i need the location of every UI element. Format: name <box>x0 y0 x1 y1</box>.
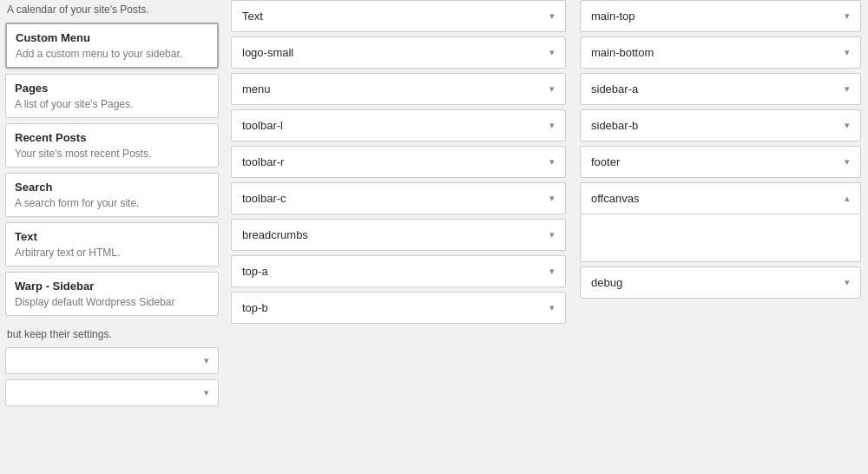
widget-desc-warp-sidebar: Display default Wordpress Sidebar <box>15 296 209 308</box>
collapsed-widget-2[interactable]: ▾ <box>5 379 219 406</box>
area-label-offcanvas: offcanvas <box>591 192 639 205</box>
chevron-down-icon-sidebar-b: ▾ <box>845 120 850 131</box>
right-area-main-top[interactable]: main-top ▾ <box>580 0 861 32</box>
chevron-down-icon-2: ▾ <box>204 387 209 398</box>
offcanvas-expanded-content <box>580 214 861 262</box>
right-area-sidebar-b[interactable]: sidebar-b ▾ <box>580 109 861 142</box>
right-area-main-bottom[interactable]: main-bottom ▾ <box>580 36 861 69</box>
sidebar-area-toolbar-c[interactable]: toolbar-c ▾ <box>231 182 566 214</box>
sidebar-area-menu[interactable]: menu ▾ <box>231 73 566 105</box>
chevron-down-icon-sidebar-a: ▾ <box>845 83 850 95</box>
chevron-down-icon-logo-small: ▾ <box>549 47 555 58</box>
sidebar-area-toolbar-l[interactable]: toolbar-l ▾ <box>231 109 566 142</box>
widget-item-warp-sidebar[interactable]: Warp - Sidebar Display default Wordpress… <box>5 272 219 316</box>
widget-desc-pages: A list of your site's Pages. <box>15 98 209 110</box>
chevron-down-icon-top-a: ▾ <box>549 266 555 277</box>
chevron-down-icon-top-b: ▾ <box>549 302 555 313</box>
chevron-down-icon-text-top: ▾ <box>549 10 555 22</box>
widget-item-recent-posts[interactable]: Recent Posts Your site's most recent Pos… <box>5 123 219 168</box>
right-area-offcanvas[interactable]: offcanvas ▴ <box>580 182 861 214</box>
widget-desc-custom-menu: Add a custom menu to your sidebar. <box>16 48 208 60</box>
area-label-breadcrumbs: breadcrumbs <box>242 228 308 241</box>
right-panel: main-top ▾ main-bottom ▾ sidebar-a ▾ sid… <box>573 0 868 474</box>
widget-title-search: Search <box>15 181 209 194</box>
widget-desc-recent-posts: Your site's most recent Posts. <box>15 148 209 160</box>
area-label-footer: footer <box>591 155 620 168</box>
area-label-main-bottom: main-bottom <box>591 46 654 59</box>
area-label-top-b: top-b <box>242 301 268 314</box>
widget-desc-text: Arbitrary text or HTML. <box>15 247 209 259</box>
chevron-down-icon-footer: ▾ <box>845 156 850 168</box>
sidebar-area-top-b[interactable]: top-b ▾ <box>231 292 566 324</box>
widget-title-custom-menu: Custom Menu <box>16 31 208 44</box>
widget-title-text: Text <box>15 230 209 243</box>
area-label-menu: menu <box>242 82 271 95</box>
sidebar-area-toolbar-r[interactable]: toolbar-r ▾ <box>231 146 566 178</box>
chevron-down-icon-breadcrumbs: ▾ <box>549 229 555 240</box>
area-label-top-a: top-a <box>242 265 268 278</box>
left-panel: A calendar of your site's Posts. Custom … <box>0 0 224 474</box>
area-label-sidebar-b: sidebar-b <box>591 119 638 132</box>
chevron-down-icon-main-top: ▾ <box>845 10 850 22</box>
sidebar-area-breadcrumbs[interactable]: breadcrumbs ▾ <box>231 219 566 251</box>
chevron-down-icon-toolbar-c: ▾ <box>549 193 555 204</box>
widget-title-pages: Pages <box>15 82 209 95</box>
widget-title-recent-posts: Recent Posts <box>15 131 209 144</box>
widget-item-search[interactable]: Search A search form for your site. <box>5 173 219 217</box>
area-label-main-top: main-top <box>591 10 635 23</box>
chevron-down-icon-toolbar-l: ▾ <box>549 120 555 131</box>
chevron-down-icon-debug: ▾ <box>845 277 850 288</box>
chevron-down-icon-menu: ▾ <box>549 83 555 95</box>
bottom-note: but keep their settings. <box>5 321 219 347</box>
chevron-down-icon-1: ▾ <box>204 355 209 366</box>
chevron-down-icon-main-bottom: ▾ <box>845 47 850 58</box>
area-label-sidebar-a: sidebar-a <box>591 82 638 95</box>
area-label-text-top: Text <box>242 10 263 23</box>
widget-item-text[interactable]: Text Arbitrary text or HTML. <box>5 222 219 267</box>
right-area-sidebar-a[interactable]: sidebar-a ▾ <box>580 73 861 105</box>
area-label-toolbar-r: toolbar-r <box>242 155 284 168</box>
collapsed-widget-1[interactable]: ▾ <box>5 347 219 374</box>
calendar-note: A calendar of your site's Posts. <box>5 0 219 23</box>
area-label-logo-small: logo-small <box>242 46 293 59</box>
area-label-toolbar-c: toolbar-c <box>242 192 286 205</box>
widget-item-custom-menu[interactable]: Custom Menu Add a custom menu to your si… <box>5 23 219 69</box>
area-label-toolbar-l: toolbar-l <box>242 119 283 132</box>
widget-desc-search: A search form for your site. <box>15 197 209 209</box>
right-area-debug[interactable]: debug ▾ <box>580 267 861 299</box>
right-area-footer[interactable]: footer ▾ <box>580 146 861 178</box>
sidebar-area-logo-small[interactable]: logo-small ▾ <box>231 36 566 69</box>
chevron-up-icon-offcanvas: ▴ <box>845 193 850 204</box>
middle-panel: Text ▾ logo-small ▾ menu ▾ toolbar-l ▾ t… <box>224 0 573 474</box>
sidebar-area-text-top[interactable]: Text ▾ <box>231 0 566 32</box>
widget-title-warp-sidebar: Warp - Sidebar <box>15 280 209 293</box>
widget-item-pages[interactable]: Pages A list of your site's Pages. <box>5 74 219 118</box>
sidebar-area-top-a[interactable]: top-a ▾ <box>231 255 566 287</box>
area-label-debug: debug <box>591 276 622 289</box>
chevron-down-icon-toolbar-r: ▾ <box>549 156 555 168</box>
